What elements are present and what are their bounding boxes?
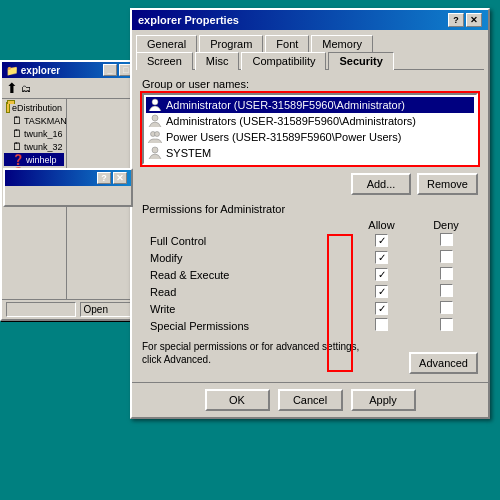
user-icon-2 [148,130,162,144]
perms-label: Permissions for Administrator [142,203,478,215]
tab-compatibility[interactable]: Compatibility [241,52,326,70]
sidebar-winhelp[interactable]: ❓ winhelp [4,153,64,166]
remove-button[interactable]: Remove [417,173,478,195]
perm-name-4: Write [142,300,349,317]
svg-point-1 [152,115,158,121]
allow-check-1[interactable] [349,249,414,266]
user-item-1[interactable]: Administrators (USER-31589F5960\Administ… [146,113,474,129]
mini-help-btn[interactable]: ? [97,172,111,184]
user-icon-3 [148,146,162,160]
mini-content [5,186,131,205]
mini-close-btn[interactable]: ✕ [113,172,127,184]
perm-col-header [142,218,349,232]
users-listbox[interactable]: Administrator (USER-31589F5960\Administr… [142,93,478,165]
perms-table-container: Allow Deny Full Control [142,218,478,334]
deny-check-0[interactable] [414,232,478,249]
add-button[interactable]: Add... [351,173,411,195]
toolbar-icon2: 🗂 [21,83,31,94]
tab-font[interactable]: Font [265,35,309,52]
deny-checkbox-2[interactable] [440,267,453,280]
user-name-1: Administrators (USER-31589F5960\Administ… [166,115,416,127]
users-section: Administrator (USER-31589F5960\Administr… [142,93,478,165]
user-item-2[interactable]: Power Users (USER-31589F5960\Power Users… [146,129,474,145]
sidebar-label: twunk_32 [24,142,63,152]
dialog-footer: OK Cancel Apply [132,382,488,417]
user-item-3[interactable]: SYSTEM [146,145,474,161]
perm-name-0: Full Control [142,232,349,249]
dialog-close-btn[interactable]: ✕ [466,13,482,27]
allow-check-3[interactable] [349,283,414,300]
tab-program[interactable]: Program [199,35,263,52]
mini-titlebar: ? ✕ [5,170,131,186]
ok-button[interactable]: OK [205,389,270,411]
mini-title-btns: ? ✕ [97,172,127,184]
apply-button[interactable]: Apply [351,389,416,411]
status-panel-1 [6,302,76,317]
perm-row-5: Special Permissions [142,317,478,334]
dialog-title: explorer Properties [138,14,239,26]
deny-check-1[interactable] [414,249,478,266]
tab-security[interactable]: Security [328,52,393,70]
sidebar-taskman[interactable]: 🗒 TASKMAN [4,114,64,127]
sidebar-twunk32[interactable]: 🗒 twunk_32 [4,140,64,153]
allow-check-4[interactable] [349,300,414,317]
user-name-3: SYSTEM [166,147,211,159]
deny-check-2[interactable] [414,266,478,283]
advanced-button[interactable]: Advanced [409,352,478,374]
deny-checkbox-4[interactable] [440,301,453,314]
deny-checkbox-0[interactable] [440,233,453,246]
sidebar-edistribution[interactable]: eDistribution [4,101,64,114]
svg-point-4 [152,147,158,153]
permissions-section: Permissions for Administrator Allow Deny… [142,203,478,334]
perm-name-1: Modify [142,249,349,266]
group-label: Group or user names: [142,78,478,90]
perm-row-3: Read [142,283,478,300]
perm-row-0: Full Control [142,232,478,249]
tab-memory[interactable]: Memory [311,35,373,52]
sidebar-label: winhelp [26,155,57,165]
deny-check-5[interactable] [414,317,478,334]
svg-point-3 [155,132,160,137]
sidebar-twunk16[interactable]: 🗒 twunk_16 [4,127,64,140]
user-name-2: Power Users (USER-31589F5960\Power Users… [166,131,401,143]
allow-checkbox-0[interactable] [375,234,388,247]
cancel-button[interactable]: Cancel [278,389,343,411]
allow-checkbox-2[interactable] [375,268,388,281]
tabs-row-1: General Program Font Memory [132,30,488,51]
user-icon-0 [148,98,162,112]
user-icon-1 [148,114,162,128]
mini-dialog: ? ✕ [3,168,133,207]
deny-checkbox-3[interactable] [440,284,453,297]
permissions-table: Allow Deny Full Control [142,218,478,334]
allow-checkbox-5[interactable] [375,318,388,331]
sidebar-label: twunk_16 [24,129,63,139]
allow-check-2[interactable] [349,266,414,283]
bottom-section: For special permissions or for advanced … [142,340,478,374]
user-item-0[interactable]: Administrator (USER-31589F5960\Administr… [146,97,474,113]
twunk16-icon: 🗒 [12,128,22,139]
tab-screen[interactable]: Screen [136,52,193,70]
allow-check-0[interactable] [349,232,414,249]
dialog-help-btn[interactable]: ? [448,13,464,27]
tab-general[interactable]: General [136,35,197,52]
allow-check-5[interactable] [349,317,414,334]
perm-name-3: Read [142,283,349,300]
allow-checkbox-3[interactable] [375,285,388,298]
perm-row-4: Write [142,300,478,317]
tab-misc[interactable]: Misc [195,52,240,70]
add-remove-row: Add... Remove [142,173,478,195]
allow-checkbox-4[interactable] [375,302,388,315]
deny-checkbox-1[interactable] [440,250,453,263]
perm-row-1: Modify [142,249,478,266]
perm-name-2: Read & Execute [142,266,349,283]
deny-header: Deny [414,218,478,232]
dialog-title-buttons: ? ✕ [448,13,482,27]
allow-checkbox-1[interactable] [375,251,388,264]
bg-minimize-btn[interactable]: _ [103,64,117,76]
deny-check-4[interactable] [414,300,478,317]
perm-name-5: Special Permissions [142,317,349,334]
explorer-properties-dialog: explorer Properties ? ✕ General Program … [130,8,490,419]
svg-point-0 [152,99,158,105]
deny-checkbox-5[interactable] [440,318,453,331]
deny-check-3[interactable] [414,283,478,300]
